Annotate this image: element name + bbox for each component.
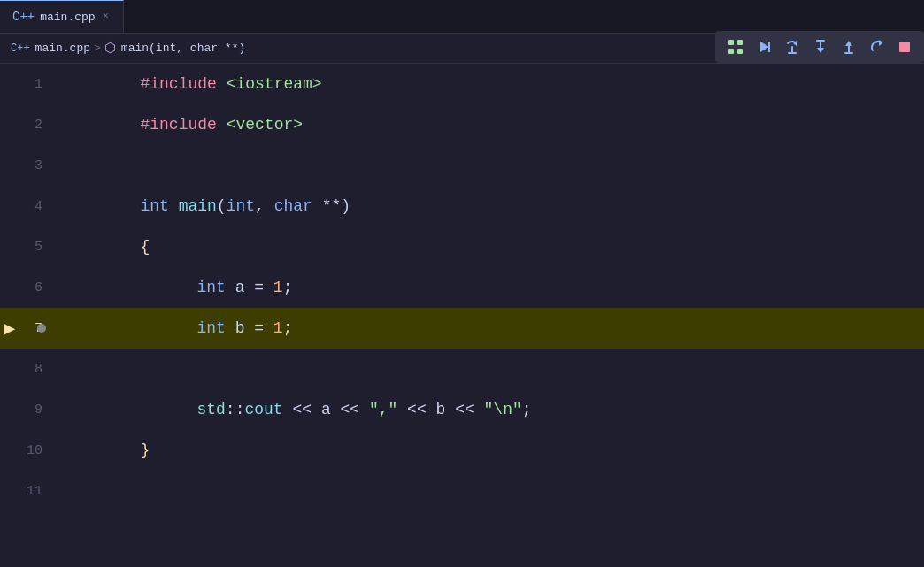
line-number-7: ▶ 7 xyxy=(0,321,57,336)
svg-marker-15 xyxy=(879,40,882,46)
line-number-2: 2 xyxy=(0,118,57,133)
svg-rect-0 xyxy=(728,40,734,45)
tab-bar: C++ main.cpp × xyxy=(0,0,924,34)
tab-close-button[interactable]: × xyxy=(101,9,111,25)
function-breadcrumb-icon: ⬡ xyxy=(104,40,116,57)
line-number-1: 1 xyxy=(0,77,57,92)
cpp-breadcrumb-icon: C++ xyxy=(11,42,30,55)
code-line-2: 2 #include <vector> xyxy=(0,104,924,145)
code-line-7: ▶ 7 int b = 1; xyxy=(0,308,924,349)
debug-step-out-button[interactable] xyxy=(835,35,862,58)
svg-rect-5 xyxy=(768,42,770,52)
line-number-9: 9 xyxy=(0,402,57,418)
svg-rect-16 xyxy=(899,42,910,52)
code-line-10: 10 } xyxy=(0,430,924,471)
breadcrumb-funcname: main(int, char **) xyxy=(121,42,245,55)
tab-filename: main.cpp xyxy=(40,11,95,24)
svg-marker-13 xyxy=(845,41,852,46)
svg-rect-3 xyxy=(737,49,743,54)
debug-step-over-button[interactable] xyxy=(779,35,805,58)
debug-stop-button[interactable] xyxy=(892,36,917,57)
include-path-2: <vector> xyxy=(227,116,303,134)
svg-rect-1 xyxy=(737,40,743,45)
breadcrumb-separator: > xyxy=(94,42,101,55)
tab-main-cpp[interactable]: C++ main.cpp × xyxy=(0,0,124,33)
var-b: b xyxy=(235,319,245,337)
line-number-8: 8 xyxy=(0,362,57,377)
line-number-11: 11 xyxy=(0,484,57,499)
breadcrumb-filename: main.cpp xyxy=(35,42,90,55)
debug-continue-button[interactable] xyxy=(751,35,777,58)
debug-grid-button[interactable] xyxy=(722,35,749,58)
editor-area: 1 #include <iostream> 2 #include <vector… xyxy=(0,64,924,567)
line-number-3: 3 xyxy=(0,158,57,173)
line-number-4: 4 xyxy=(0,199,57,214)
brace-close: } xyxy=(140,441,150,459)
debug-toolbar xyxy=(715,31,924,63)
debug-restart-button[interactable] xyxy=(864,35,890,58)
svg-rect-2 xyxy=(728,49,734,54)
line-number-10: 10 xyxy=(0,443,57,458)
line-number-6: 6 xyxy=(0,280,57,295)
code-line-11: 11 xyxy=(0,471,924,511)
breakpoint-indicator xyxy=(37,324,46,333)
breadcrumb-file[interactable]: C++ main.cpp xyxy=(11,42,90,55)
svg-marker-4 xyxy=(760,42,769,52)
line-number-5: 5 xyxy=(0,240,57,255)
breadcrumb-bar: C++ main.cpp > ⬡ main(int, char **) xyxy=(0,34,924,64)
breadcrumb-function[interactable]: ⬡ main(int, char **) xyxy=(104,40,245,57)
code-container[interactable]: 1 #include <iostream> 2 #include <vector… xyxy=(0,64,924,567)
include-keyword-2: #include xyxy=(140,116,216,134)
debug-arrow-icon: ▶ xyxy=(4,317,15,341)
svg-marker-10 xyxy=(817,48,824,53)
type-int-b: int xyxy=(196,319,225,337)
num-1-b: 1 xyxy=(273,319,283,337)
debug-step-into-button[interactable] xyxy=(807,35,834,58)
cpp-tab-icon: C++ xyxy=(12,10,35,24)
